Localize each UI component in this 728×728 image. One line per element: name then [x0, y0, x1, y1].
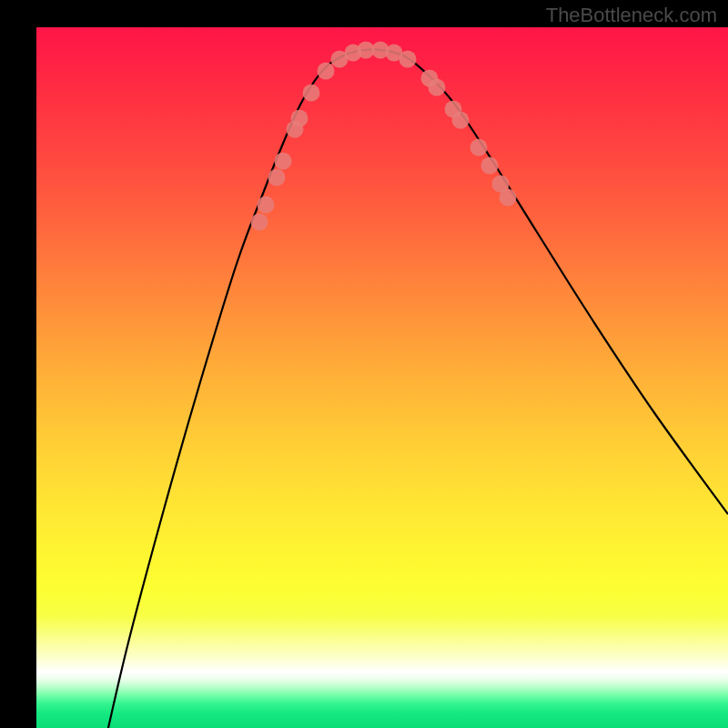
bottleneck-curve: [100, 49, 728, 728]
marker-dot: [303, 85, 320, 102]
marker-dot: [470, 139, 488, 157]
marker-dot: [268, 169, 286, 187]
marker-dot: [481, 157, 499, 175]
marker-dot: [291, 110, 308, 127]
watermark-text: TheBottleneck.com: [546, 4, 717, 27]
marker-dot: [258, 197, 275, 214]
curve-svg: [36, 27, 728, 728]
marker-dot: [429, 79, 446, 96]
plot-area: [36, 27, 728, 728]
marker-dot: [251, 214, 268, 231]
marker-dot: [452, 112, 470, 129]
marker-dot: [399, 51, 417, 68]
marker-dot: [318, 63, 335, 80]
marker-dot: [275, 153, 292, 170]
marker-dot: [500, 189, 517, 207]
